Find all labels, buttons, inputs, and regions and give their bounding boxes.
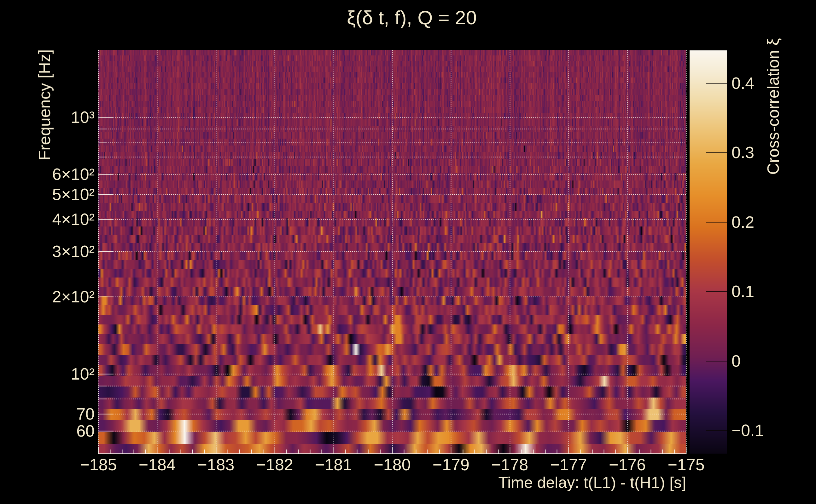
x-axis-title: Time delay: t(L1) - t(H1) [s]: [371, 473, 686, 492]
chart-title: ξ(δ t, f), Q = 20: [96, 6, 727, 29]
colorbar-title: Cross-correlation ξ: [764, 38, 783, 175]
heatmap-canvas: [0, 0, 816, 504]
y-axis-title: Frequency [Hz]: [35, 49, 54, 161]
figure: ξ(δ t, f), Q = 20 Frequency [Hz] Time de…: [0, 0, 816, 504]
